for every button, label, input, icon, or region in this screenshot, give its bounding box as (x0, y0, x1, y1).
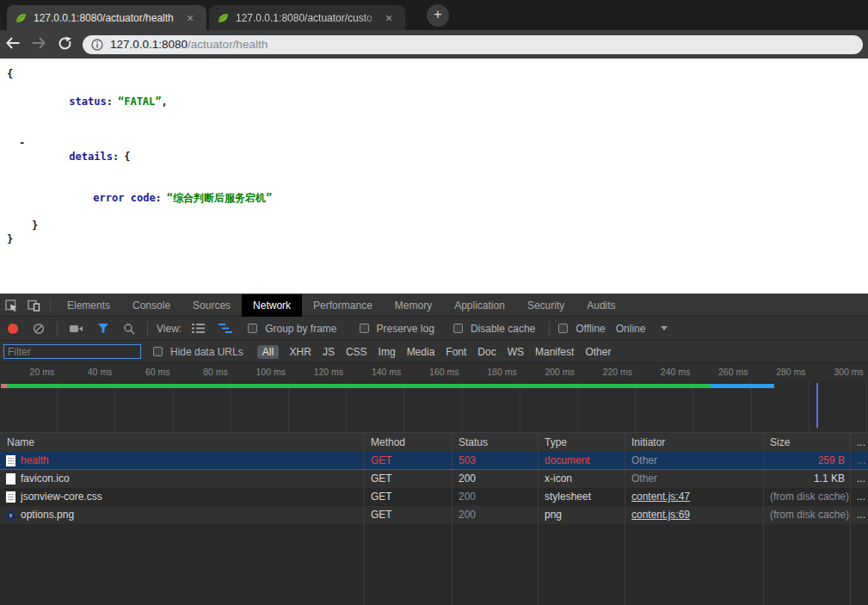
request-method: GET (364, 488, 452, 506)
column-header-size[interactable]: Size (763, 433, 850, 452)
ruler-tick: 240 ms (636, 363, 693, 381)
tab-console[interactable]: Console (121, 294, 182, 317)
divider (57, 322, 58, 336)
collapse-toggle-icon[interactable]: - (19, 136, 25, 150)
json-key-error-code: error code (93, 192, 155, 204)
request-size: 1.1 KB (763, 470, 850, 488)
filter-type-img[interactable]: Img (379, 346, 396, 358)
waterfall-view-icon[interactable] (219, 324, 232, 333)
request-type: x-icon (538, 470, 625, 488)
filter-type-ws[interactable]: WS (508, 346, 524, 358)
reload-icon[interactable] (52, 36, 77, 53)
record-icon[interactable] (8, 324, 18, 334)
table-row-favicon[interactable]: favicon.ico GET 200 x-icon Other 1.1 KB … (0, 470, 868, 488)
table-row-health[interactable]: health GET 503 document Other 259 B ... (0, 452, 868, 470)
disable-cache-label[interactable]: Disable cache (471, 323, 535, 335)
filter-type-all[interactable]: All (257, 345, 279, 359)
new-tab-button[interactable]: + (427, 4, 449, 27)
initiator-link[interactable]: content.js:47 (625, 488, 763, 506)
offline-label[interactable]: Offline (576, 323, 605, 335)
filter-type-other[interactable]: Other (585, 346, 611, 358)
json-open-brace: { (7, 68, 13, 80)
screenshot-camera-icon[interactable] (70, 324, 83, 334)
spring-leaf-icon (216, 11, 230, 25)
ruler-tick: 220 ms (578, 363, 636, 381)
ruler-tick: 300 ms (810, 363, 867, 381)
json-viewer: { status:“FATAL”, - details:{ error code… (0, 59, 868, 246)
request-method: GET (364, 506, 452, 524)
filter-type-css[interactable]: CSS (346, 346, 367, 358)
ruler-tick: 20 ms (0, 363, 58, 381)
column-header-name[interactable]: Name (0, 433, 364, 452)
request-initiator: Other (625, 470, 763, 488)
inspect-element-icon[interactable] (0, 299, 22, 312)
column-header-initiator[interactable]: Initiator (625, 433, 763, 452)
column-header-more[interactable]: ... (850, 433, 868, 452)
tab-elements[interactable]: Elements (56, 294, 121, 317)
tab-title: 127.0.0.1:8080/actuator/custo (236, 12, 380, 24)
request-status: 503 (452, 452, 538, 469)
disable-cache-checkbox[interactable] (453, 324, 463, 333)
column-header-method[interactable]: Method (364, 433, 452, 452)
tab-application[interactable]: Application (443, 294, 516, 317)
filter-type-media[interactable]: Media (407, 346, 435, 358)
request-initiator: Other (625, 452, 763, 469)
filter-input[interactable] (3, 344, 141, 359)
tab-performance[interactable]: Performance (302, 294, 384, 317)
filter-funnel-icon[interactable] (97, 323, 109, 334)
tab-title: 127.0.0.1:8080/actuator/health (34, 12, 182, 24)
clear-icon[interactable] (33, 323, 45, 335)
hide-data-urls-checkbox[interactable] (153, 347, 163, 356)
ruler-tick: 160 ms (404, 363, 462, 381)
group-by-frame-checkbox[interactable] (248, 324, 257, 333)
ruler-tick: 60 ms (115, 363, 173, 381)
network-overview[interactable] (0, 381, 868, 433)
chevron-down-icon[interactable] (661, 326, 668, 330)
json-key-status: status (69, 96, 106, 108)
request-size: (from disk cache) (763, 488, 850, 506)
filter-type-xhr[interactable]: XHR (290, 346, 311, 358)
close-icon[interactable]: × (385, 12, 392, 24)
browser-tab-health[interactable]: 127.0.0.1:8080/actuator/health × (7, 5, 206, 30)
throttling-select[interactable]: Online (616, 323, 646, 335)
offline-checkbox[interactable] (558, 324, 568, 333)
divider (50, 299, 51, 312)
ruler-tick: 200 ms (520, 363, 578, 381)
column-header-type[interactable]: Type (538, 433, 625, 452)
filter-type-doc[interactable]: Doc (477, 346, 496, 358)
browser-tab-custom[interactable]: 127.0.0.1:8080/actuator/custo × (209, 5, 405, 30)
preserve-log-checkbox[interactable] (360, 324, 369, 333)
overview-bar-failed (1, 384, 7, 388)
tab-security[interactable]: Security (516, 294, 576, 317)
filter-type-manifest[interactable]: Manifest (535, 346, 574, 358)
request-size: 259 B (763, 452, 850, 469)
load-event-line (816, 383, 818, 428)
table-row-jsonview-css[interactable]: jsonview-core.css GET 200 stylesheet con… (0, 488, 868, 506)
list-view-icon[interactable] (192, 324, 205, 333)
network-toolbar: View: Group by frame Preserve log Disabl… (0, 317, 868, 341)
tab-memory[interactable]: Memory (384, 294, 443, 317)
hide-data-urls-label[interactable]: Hide data URLs (170, 346, 243, 358)
ruler-tick: 120 ms (289, 363, 347, 381)
page-info-icon[interactable] (91, 39, 103, 51)
forward-icon[interactable] (26, 37, 52, 52)
filter-type-font[interactable]: Font (446, 346, 466, 358)
close-icon[interactable]: × (187, 12, 194, 24)
tab-audits[interactable]: Audits (576, 294, 626, 317)
group-by-frame-label[interactable]: Group by frame (265, 323, 336, 335)
request-name: health (21, 452, 49, 469)
request-name: favicon.ico (21, 470, 70, 488)
device-toolbar-icon[interactable] (22, 299, 45, 312)
tab-network[interactable]: Network (242, 294, 302, 317)
initiator-link[interactable]: content.js:69 (625, 506, 763, 524)
view-label: View: (157, 323, 182, 335)
filter-type-js[interactable]: JS (323, 346, 335, 358)
address-bar[interactable]: 127.0.0.1:8080/actuator/health (83, 35, 863, 54)
back-icon[interactable] (0, 37, 26, 52)
tab-sources[interactable]: Sources (182, 294, 242, 317)
column-header-status[interactable]: Status (452, 433, 538, 452)
preserve-log-label[interactable]: Preserve log (377, 323, 434, 335)
table-row-options-png[interactable]: options.png GET 200 png content.js:69 (f… (0, 506, 868, 524)
ruler-tick: 80 ms (174, 363, 231, 381)
search-icon[interactable] (123, 323, 135, 335)
